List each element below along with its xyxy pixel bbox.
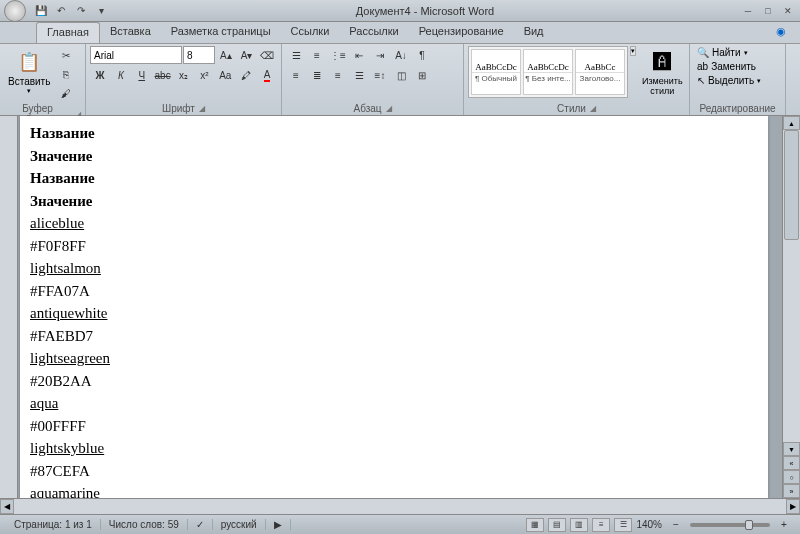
numbering-icon[interactable]: ≡ [307,46,327,64]
clear-format-icon[interactable]: ⌫ [257,46,277,64]
close-button[interactable]: ✕ [780,4,796,18]
zoom-thumb[interactable] [745,520,753,530]
italic-icon[interactable]: К [111,66,131,84]
status-words[interactable]: Число слов: 59 [101,519,188,530]
paragraph-dialog-icon[interactable]: ◢ [386,104,392,113]
doc-line-15[interactable]: #87CEFA [30,460,758,483]
bold-icon[interactable]: Ж [90,66,110,84]
next-page-icon[interactable]: » [783,484,800,498]
style-item-2[interactable]: AaBbCcЗаголово... [575,49,625,95]
borders-icon[interactable]: ⊞ [412,66,432,84]
view-web-icon[interactable]: ▥ [570,518,588,532]
subscript-icon[interactable]: x₂ [174,66,194,84]
zoom-in-icon[interactable]: + [774,516,794,534]
view-outline-icon[interactable]: ≡ [592,518,610,532]
doc-line-5[interactable]: #F0F8FF [30,235,758,258]
font-size-input[interactable] [183,46,215,64]
indent-decrease-icon[interactable]: ⇤ [349,46,369,64]
styles-dialog-icon[interactable]: ◢ [590,104,596,113]
strikethrough-icon[interactable]: abc [153,66,173,84]
office-button[interactable] [4,0,26,22]
scroll-track[interactable] [783,130,800,442]
doc-line-10[interactable]: lightseagreen [30,347,758,370]
paste-button[interactable]: 📋 Вставить ▾ [4,46,54,97]
doc-line-1[interactable]: Значение [30,145,758,168]
status-page[interactable]: Страница: 1 из 1 [6,519,101,530]
vertical-ruler[interactable] [0,116,18,498]
show-marks-icon[interactable]: ¶ [412,46,432,64]
status-proof-icon[interactable]: ✓ [188,519,213,530]
replace-button[interactable]: abЗаменить [694,60,764,73]
hscroll-track[interactable] [14,499,786,514]
doc-line-12[interactable]: aqua [30,392,758,415]
select-button[interactable]: ↖Выделить▾ [694,74,764,87]
indent-increase-icon[interactable]: ⇥ [370,46,390,64]
highlight-icon[interactable]: 🖍 [236,66,256,84]
scroll-thumb[interactable] [784,130,799,240]
tab-4[interactable]: Рассылки [339,22,408,43]
document-page[interactable]: НазваниеЗначениеНазваниеЗначениеaliceblu… [20,116,768,498]
doc-line-7[interactable]: #FFA07A [30,280,758,303]
maximize-button[interactable]: □ [760,4,776,18]
doc-line-3[interactable]: Значение [30,190,758,213]
align-center-icon[interactable]: ≣ [307,66,327,84]
doc-line-6[interactable]: lightsalmon [30,257,758,280]
tab-0[interactable]: Главная [36,22,100,43]
line-spacing-icon[interactable]: ≡↕ [370,66,390,84]
font-dialog-icon[interactable]: ◢ [199,104,205,113]
underline-icon[interactable]: Ч [132,66,152,84]
hscroll-right-icon[interactable]: ▶ [786,499,800,514]
prev-page-icon[interactable]: « [783,456,800,470]
scroll-up-icon[interactable]: ▲ [783,116,800,130]
status-macro-icon[interactable]: ▶ [266,519,291,530]
font-color-icon[interactable]: A [257,66,277,84]
tab-6[interactable]: Вид [514,22,554,43]
save-icon[interactable]: 💾 [32,2,50,20]
doc-line-0[interactable]: Название [30,122,758,145]
minimize-button[interactable]: ─ [740,4,756,18]
copy-icon[interactable]: ⎘ [56,65,76,83]
multilevel-icon[interactable]: ⋮≡ [328,46,348,64]
doc-line-2[interactable]: Название [30,167,758,190]
scroll-down-icon[interactable]: ▼ [783,442,800,456]
style-item-1[interactable]: AaBbCcDc¶ Без инте... [523,49,573,95]
align-left-icon[interactable]: ≡ [286,66,306,84]
browse-object-icon[interactable]: ○ [783,470,800,484]
change-case-icon[interactable]: Aa [215,66,235,84]
format-painter-icon[interactable]: 🖌 [56,84,76,102]
undo-icon[interactable]: ↶ [52,2,70,20]
change-styles-button[interactable]: 🅰 Изменить стили [638,46,687,98]
find-button[interactable]: 🔍Найти▾ [694,46,764,59]
zoom-slider[interactable] [690,523,770,527]
shading-icon[interactable]: ◫ [391,66,411,84]
status-language[interactable]: русский [213,519,266,530]
qat-more-icon[interactable]: ▾ [92,2,110,20]
hscroll-left-icon[interactable]: ◀ [0,499,14,514]
cut-icon[interactable]: ✂ [56,46,76,64]
doc-line-13[interactable]: #00FFFF [30,415,758,438]
doc-line-9[interactable]: #FAEBD7 [30,325,758,348]
doc-line-16[interactable]: aquamarine [30,482,758,498]
shrink-font-icon[interactable]: A▾ [237,46,257,64]
tab-5[interactable]: Рецензирование [409,22,514,43]
sort-icon[interactable]: A↓ [391,46,411,64]
redo-icon[interactable]: ↷ [72,2,90,20]
help-icon[interactable]: ◉ [770,22,792,43]
doc-line-14[interactable]: lightskyblue [30,437,758,460]
view-draft-icon[interactable]: ☰ [614,518,632,532]
doc-line-8[interactable]: antiquewhite [30,302,758,325]
tab-3[interactable]: Ссылки [281,22,340,43]
bullets-icon[interactable]: ☰ [286,46,306,64]
grow-font-icon[interactable]: A▴ [216,46,236,64]
align-right-icon[interactable]: ≡ [328,66,348,84]
doc-line-11[interactable]: #20B2AA [30,370,758,393]
view-print-icon[interactable]: ▦ [526,518,544,532]
font-name-input[interactable] [90,46,182,64]
style-item-0[interactable]: AaBbCcDc¶ Обычный [471,49,521,95]
tab-1[interactable]: Вставка [100,22,161,43]
superscript-icon[interactable]: x² [194,66,214,84]
doc-line-4[interactable]: aliceblue [30,212,758,235]
view-reading-icon[interactable]: ▤ [548,518,566,532]
zoom-out-icon[interactable]: − [666,516,686,534]
zoom-level[interactable]: 140% [636,519,662,530]
